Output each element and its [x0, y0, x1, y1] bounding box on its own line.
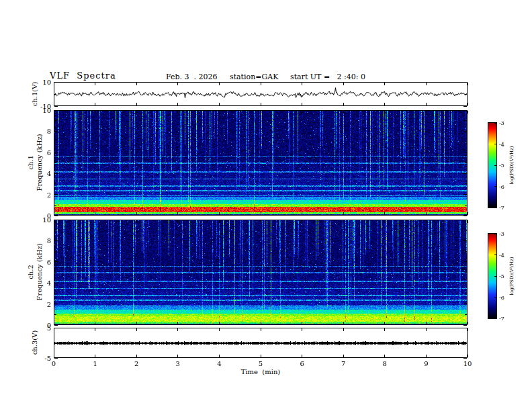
tick-mark — [343, 103, 344, 105]
tick-mark — [302, 103, 302, 105]
tick-mark — [54, 355, 54, 357]
tick-mark — [426, 355, 427, 357]
tick-mark — [302, 322, 302, 324]
tick-label: -4 — [499, 141, 504, 147]
tick-mark — [463, 131, 467, 132]
tick-mark — [468, 220, 468, 223]
tick-mark — [494, 123, 496, 124]
ch1-spec-ylabel: Frequency (kHz) — [36, 134, 43, 191]
tick-mark — [261, 322, 261, 324]
ch3-waveform-canvas — [54, 328, 467, 357]
tick-mark — [465, 94, 467, 95]
tick-mark — [465, 163, 467, 163]
tick-mark — [54, 272, 56, 273]
tick-label: 1 — [93, 360, 97, 367]
panel-ch3-waveform — [54, 328, 468, 358]
tick-mark — [261, 212, 261, 215]
tick-mark — [494, 255, 496, 255]
tick-mark — [54, 314, 56, 315]
tick-mark — [463, 194, 467, 195]
tick-mark — [465, 342, 467, 343]
tick-mark — [219, 103, 220, 105]
tick-mark — [384, 328, 385, 331]
colorbar2-label: log(PSD)(V²/Hz) — [509, 257, 515, 295]
tick-mark — [54, 240, 58, 241]
tick-mark — [177, 220, 178, 223]
ch2-spectrogram-canvas — [54, 220, 467, 324]
tick-label: 10 — [42, 79, 51, 86]
tick-mark — [95, 220, 95, 223]
tick-label: 8 — [47, 128, 51, 135]
tick-label: -6 — [499, 294, 504, 300]
tick-mark — [54, 230, 56, 230]
tick-mark — [494, 208, 496, 208]
tick-mark — [54, 325, 58, 326]
tick-mark — [261, 103, 261, 105]
tick-mark — [468, 328, 468, 331]
tick-mark — [494, 318, 496, 319]
tick-mark — [54, 220, 58, 220]
tick-label: 3 — [176, 360, 180, 367]
ch3-wave-ylabel: ch.3(V) — [31, 330, 38, 355]
tick-mark — [384, 103, 385, 105]
tick-label: 6 — [47, 258, 51, 265]
tick-mark — [302, 328, 302, 331]
tick-mark — [494, 186, 496, 187]
tick-mark — [463, 173, 467, 174]
tick-mark — [463, 82, 467, 83]
tick-mark — [54, 261, 58, 262]
tick-label: 10 — [42, 107, 51, 114]
tick-label: 6 — [300, 360, 304, 367]
tick-mark — [219, 322, 220, 324]
tick-mark — [136, 322, 137, 324]
tick-mark — [54, 283, 58, 283]
tick-label: -6 — [499, 183, 504, 189]
tick-mark — [136, 111, 137, 113]
tick-mark — [463, 261, 467, 262]
tick-mark — [463, 304, 467, 304]
ch2-spec-channel-label: ch.2 — [27, 265, 34, 279]
tick-mark — [136, 212, 137, 215]
tick-mark — [95, 322, 95, 324]
tick-mark — [54, 110, 58, 111]
tick-mark — [426, 322, 427, 324]
tick-mark — [465, 142, 467, 142]
tick-mark — [54, 152, 58, 152]
tick-mark — [54, 322, 54, 324]
tick-mark — [219, 328, 220, 331]
tick-mark — [302, 83, 302, 85]
tick-mark — [463, 106, 467, 107]
tick-mark — [463, 283, 467, 283]
tick-mark — [54, 293, 56, 293]
tick-mark — [177, 322, 178, 324]
tick-mark — [54, 304, 58, 304]
tick-mark — [54, 251, 56, 252]
ch1-spec-channel-label: ch.1 — [27, 155, 34, 170]
tick-mark — [343, 220, 344, 223]
tick-mark — [54, 142, 56, 142]
tick-mark — [494, 276, 496, 277]
tick-mark — [54, 328, 54, 331]
tick-mark — [54, 103, 54, 105]
tick-mark — [343, 355, 344, 357]
tick-mark — [494, 144, 496, 144]
tick-mark — [384, 355, 385, 357]
vlf-spectra-figure: VLF Spectra Feb. 3 . 2026 station=GAK st… — [0, 0, 532, 411]
tick-label: 6 — [47, 148, 51, 156]
tick-mark — [54, 82, 58, 83]
tick-mark — [261, 111, 261, 113]
tick-mark — [302, 111, 302, 113]
tick-mark — [463, 110, 467, 111]
tick-mark — [219, 212, 220, 215]
ch1-wave-ylabel: ch.1(V) — [31, 82, 38, 107]
ch2-spec-ylabel: Frequency (kHz) — [36, 243, 43, 300]
panel-ch2-spectrogram — [54, 220, 468, 325]
tick-mark — [177, 111, 178, 113]
ch1-waveform-canvas — [54, 83, 467, 105]
tick-mark — [465, 205, 467, 205]
tick-mark — [54, 106, 58, 107]
tick-mark — [54, 173, 58, 174]
tick-mark — [384, 212, 385, 215]
tick-mark — [219, 355, 220, 357]
tick-mark — [465, 272, 467, 273]
